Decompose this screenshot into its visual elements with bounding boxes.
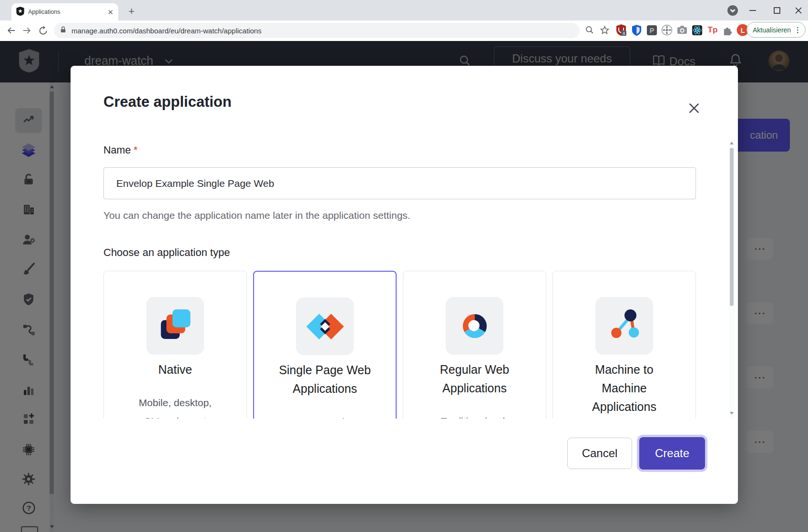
modal-scroll-down-arrow-icon[interactable] — [730, 412, 734, 415]
required-asterisk: * — [133, 144, 137, 156]
browser-tab-bar — [0, 0, 808, 20]
native-app-icon — [146, 297, 204, 355]
modal-close-button[interactable] — [685, 99, 703, 117]
modal-scroll-up-arrow-icon[interactable] — [730, 142, 734, 144]
name-label-text: Name — [103, 144, 131, 156]
app-type-card-m2m[interactable]: Machine to Machine Applications — [552, 271, 696, 419]
card-desc: A JavaScript — [254, 412, 396, 419]
card-title: Single Page Web Applications — [254, 361, 396, 398]
cancel-button[interactable]: Cancel — [567, 438, 632, 469]
application-type-cards: Native Mobile, desktop, CLI and smart Si… — [103, 271, 696, 419]
svg-text:L: L — [741, 27, 745, 34]
bitwarden-extension-icon[interactable] — [630, 24, 643, 36]
card-desc: Mobile, desktop, CLI and smart — [104, 393, 246, 419]
modal-title: Create application — [103, 93, 232, 111]
browser-tab[interactable]: Applications ✕ — [11, 3, 118, 20]
screen: Applications ✕ + manage.auth0.com/dashbo… — [0, 0, 808, 532]
app-type-card-native[interactable]: Native Mobile, desktop, CLI and smart — [103, 271, 247, 419]
choose-type-label: Choose an application type — [103, 246, 230, 259]
card-title: Machine to Machine Applications — [553, 360, 695, 416]
svg-text:P: P — [649, 26, 654, 34]
bookmark-star-icon[interactable] — [598, 24, 611, 36]
react-devtools-extension-icon[interactable] — [691, 24, 703, 36]
forward-button[interactable] — [20, 24, 33, 37]
ublock-extension-icon[interactable]: 4 — [615, 24, 627, 36]
browser-menu-chevron-icon[interactable] — [726, 4, 739, 17]
card-title: Regular Web Applications — [403, 360, 546, 398]
extensions-puzzle-icon[interactable] — [721, 24, 734, 36]
p-extension-icon[interactable]: P — [645, 24, 658, 36]
card-title: Native — [104, 360, 246, 379]
application-name-input[interactable] — [103, 167, 696, 199]
app-type-card-regular-web[interactable]: Regular Web Applications Traditional web — [403, 271, 546, 419]
reload-button[interactable] — [36, 24, 50, 37]
spa-app-icon — [296, 297, 354, 355]
window-maximize-button[interactable] — [770, 4, 784, 17]
update-label: Aktualisieren — [753, 26, 794, 34]
auth0-favicon-icon — [16, 7, 24, 18]
regular-web-app-icon — [446, 297, 503, 355]
zoom-page-icon[interactable] — [583, 24, 596, 36]
window-close-button[interactable] — [792, 4, 805, 17]
url-text: manage.auth0.com/dashboard/eu/dream-watc… — [72, 27, 262, 35]
tab-close-icon[interactable]: ✕ — [107, 9, 113, 16]
camera-extension-icon[interactable] — [676, 24, 688, 36]
card-desc: Traditional web — [403, 412, 546, 419]
modal-scrollbar-thumb[interactable] — [730, 148, 734, 306]
ublock-badge: 4 — [623, 31, 625, 36]
name-field-label: Name * — [103, 144, 138, 156]
m2m-app-icon — [595, 297, 653, 355]
back-button[interactable] — [5, 24, 18, 37]
new-tab-button[interactable]: + — [125, 5, 138, 18]
name-help-text: You can change the application name late… — [103, 210, 410, 221]
update-chrome-button[interactable]: Aktualisieren ⋮ — [747, 22, 806, 38]
url-bar[interactable]: manage.auth0.com/dashboard/eu/dream-watc… — [54, 23, 580, 38]
tampermonkey-extension-icon[interactable]: Tp — [706, 24, 719, 36]
app-type-card-spa[interactable]: Single Page Web Applications A JavaScrip… — [253, 271, 397, 419]
lock-icon — [60, 26, 67, 36]
create-button[interactable]: Create — [639, 437, 705, 470]
window-minimize-button[interactable] — [746, 4, 759, 17]
crosshair-extension-icon[interactable] — [661, 24, 673, 36]
browser-menu-dots-icon[interactable]: ⋮ — [794, 26, 801, 34]
tab-title: Applications — [28, 9, 107, 15]
